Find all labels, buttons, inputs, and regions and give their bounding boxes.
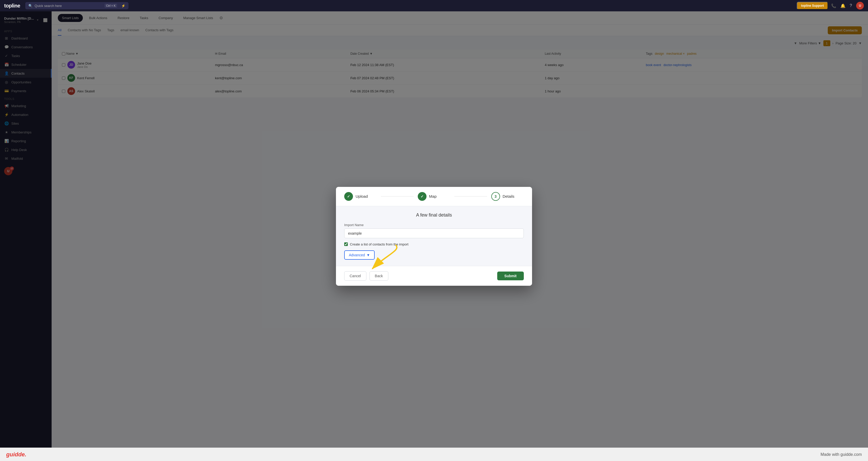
phone-icon[interactable]: 📞 bbox=[831, 3, 836, 8]
modal-footer-left: Cancel Back bbox=[344, 271, 388, 281]
back-button[interactable]: Back bbox=[370, 271, 388, 281]
search-shortcut: Ctrl + K bbox=[104, 4, 117, 8]
guidde-footer: guidde. Made with guidde.com bbox=[0, 448, 868, 461]
advanced-chevron-icon: ▼ bbox=[366, 253, 370, 257]
guidde-tagline: Made with guidde.com bbox=[820, 452, 862, 457]
advanced-section: Advanced ▼ bbox=[344, 250, 375, 260]
modal-footer: Cancel Back Submit bbox=[336, 266, 532, 286]
help-icon[interactable]: ? bbox=[850, 3, 852, 8]
lightning-icon: ⚡ bbox=[121, 4, 125, 8]
step-map-label: Map bbox=[429, 194, 437, 198]
step-divider-1 bbox=[381, 196, 413, 196]
create-list-checkbox[interactable] bbox=[344, 242, 348, 246]
import-name-group: Import Name bbox=[344, 223, 524, 238]
step-upload: ✓ Upload bbox=[344, 192, 377, 201]
step-details-label: Details bbox=[503, 194, 515, 198]
advanced-button[interactable]: Advanced ▼ bbox=[344, 250, 375, 260]
modal-body: A few final details Import Name Create a… bbox=[336, 206, 532, 266]
import-name-label: Import Name bbox=[344, 223, 524, 227]
guidde-logo: guidde. bbox=[6, 451, 26, 458]
create-list-checkbox-row: Create a list of contacts from the impor… bbox=[344, 242, 524, 246]
step-map-circle: ✓ bbox=[418, 192, 427, 201]
app-logo: topline bbox=[4, 3, 20, 9]
step-map: ✓ Map bbox=[418, 192, 450, 201]
search-bar[interactable]: 🔍 Quick search here Ctrl + K ⚡ bbox=[25, 2, 128, 9]
modal-overlay: ✓ Upload ✓ Map 3 Details A few final det… bbox=[0, 11, 868, 461]
modal-title: A few final details bbox=[344, 212, 524, 218]
search-placeholder: Quick search here bbox=[35, 4, 62, 8]
search-icon: 🔍 bbox=[28, 4, 32, 8]
support-button[interactable]: topline Support bbox=[797, 2, 828, 9]
step-divider-2 bbox=[454, 196, 487, 196]
modal-steps: ✓ Upload ✓ Map 3 Details bbox=[336, 187, 532, 206]
bell-icon[interactable]: 🔔 bbox=[840, 3, 845, 8]
step-details-circle: 3 bbox=[491, 192, 500, 201]
import-modal: ✓ Upload ✓ Map 3 Details A few final det… bbox=[336, 187, 532, 286]
step-details: 3 Details bbox=[491, 192, 524, 201]
submit-button[interactable]: Submit bbox=[497, 272, 524, 280]
create-list-label: Create a list of contacts from the impor… bbox=[350, 242, 408, 246]
step-upload-circle: ✓ bbox=[344, 192, 353, 201]
nav-icons: 📞 🔔 ? U bbox=[831, 2, 864, 9]
import-name-input[interactable] bbox=[344, 228, 524, 238]
top-nav: topline 🔍 Quick search here Ctrl + K ⚡ t… bbox=[0, 0, 868, 11]
cancel-button[interactable]: Cancel bbox=[344, 271, 366, 281]
step-upload-label: Upload bbox=[355, 194, 368, 198]
avatar[interactable]: U bbox=[856, 2, 864, 9]
advanced-label: Advanced bbox=[349, 253, 365, 257]
